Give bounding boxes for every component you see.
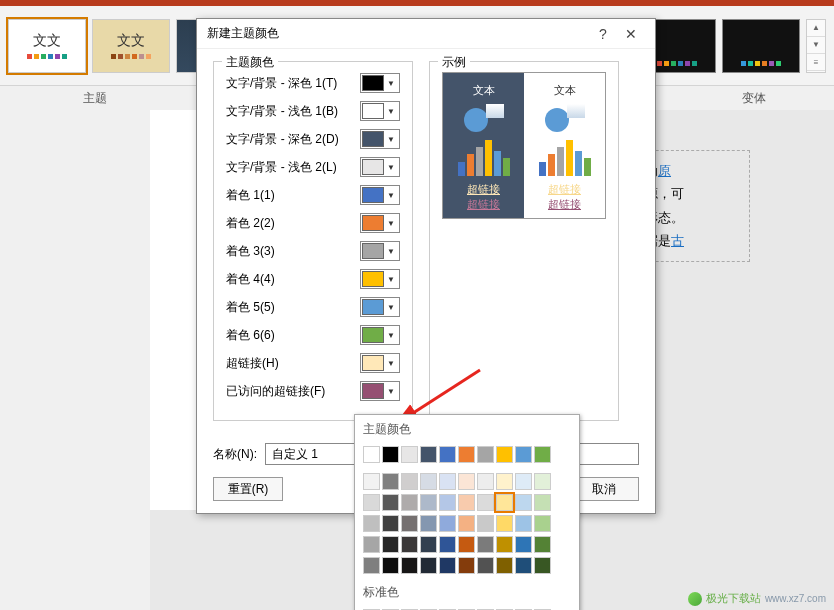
color-swatch[interactable]	[515, 515, 532, 532]
color-swatch[interactable]	[477, 473, 494, 490]
variant-thumbnail[interactable]	[722, 19, 800, 73]
color-row-text_bg_light2: 文字/背景 - 浅色 2(L) ▼	[226, 156, 400, 178]
color-swatch[interactable]	[420, 536, 437, 553]
chevron-down-icon: ▼	[387, 387, 395, 396]
color-swatch[interactable]	[401, 557, 418, 574]
color-swatch[interactable]	[534, 446, 551, 463]
color-picker-text_bg_light1[interactable]: ▼	[360, 101, 400, 121]
color-swatch[interactable]	[420, 515, 437, 532]
group-legend: 主题颜色	[222, 54, 278, 71]
slide-link[interactable]: 原	[658, 163, 671, 178]
color-swatch[interactable]	[363, 515, 380, 532]
color-swatch[interactable]	[420, 557, 437, 574]
color-swatch[interactable]	[477, 536, 494, 553]
color-swatch[interactable]	[458, 515, 475, 532]
dialog-titlebar: 新建主题颜色 ? ✕	[197, 19, 655, 49]
color-label: 已访问的超链接(F)	[226, 383, 360, 400]
chevron-down-icon: ▼	[387, 359, 395, 368]
color-picker-accent5[interactable]: ▼	[360, 297, 400, 317]
color-swatch[interactable]	[382, 473, 399, 490]
sample-preview: 文本 超链接 超链接 文本	[442, 72, 606, 219]
color-swatch[interactable]	[534, 515, 551, 532]
color-swatch[interactable]	[496, 446, 513, 463]
color-swatch[interactable]	[496, 515, 513, 532]
color-swatch[interactable]	[382, 515, 399, 532]
theme-thumbnail[interactable]: 文文	[8, 19, 86, 73]
color-swatch[interactable]	[458, 446, 475, 463]
color-swatch[interactable]	[496, 536, 513, 553]
color-swatch[interactable]	[515, 473, 532, 490]
standard-colors-label: 标准色	[355, 578, 579, 605]
color-picker-text_bg_dark1[interactable]: ▼	[360, 73, 400, 93]
color-picker-accent2[interactable]: ▼	[360, 213, 400, 233]
color-row-accent2: 着色 2(2) ▼	[226, 212, 400, 234]
chevron-down-icon: ▼	[387, 163, 395, 172]
color-swatch[interactable]	[401, 473, 418, 490]
color-swatch[interactable]	[496, 494, 513, 511]
color-swatch[interactable]	[439, 494, 456, 511]
color-swatch[interactable]	[477, 557, 494, 574]
color-swatch[interactable]	[496, 473, 513, 490]
color-swatch[interactable]	[534, 473, 551, 490]
color-swatch[interactable]	[420, 473, 437, 490]
color-swatch[interactable]	[496, 557, 513, 574]
color-picker-hyperlink[interactable]: ▼	[360, 353, 400, 373]
close-button[interactable]: ✕	[617, 26, 645, 42]
theme-colors-group: 主题颜色 文字/背景 - 深色 1(T) ▼ 文字/背景 - 浅色 1(B) ▼…	[213, 61, 413, 421]
color-label: 文字/背景 - 浅色 1(B)	[226, 103, 360, 120]
color-swatch[interactable]	[401, 515, 418, 532]
themes-label: 主题	[0, 90, 190, 107]
help-button[interactable]: ?	[589, 26, 617, 42]
color-swatch[interactable]	[382, 494, 399, 511]
reset-button[interactable]: 重置(R)	[213, 477, 283, 501]
color-swatch[interactable]	[439, 515, 456, 532]
color-swatch[interactable]	[439, 557, 456, 574]
color-picker-accent3[interactable]: ▼	[360, 241, 400, 261]
color-swatch[interactable]	[458, 557, 475, 574]
color-swatch[interactable]	[420, 494, 437, 511]
color-swatch[interactable]	[439, 536, 456, 553]
color-picker-text_bg_dark2[interactable]: ▼	[360, 129, 400, 149]
color-swatch[interactable]	[534, 494, 551, 511]
color-row-accent4: 着色 4(4) ▼	[226, 268, 400, 290]
variant-more-control[interactable]: ▲▼≡	[806, 19, 826, 73]
color-swatch[interactable]	[363, 446, 380, 463]
color-picker-dropdown: 主题颜色 标准色 其他颜色(M)...	[354, 414, 580, 610]
color-row-followed: 已访问的超链接(F) ▼	[226, 380, 400, 402]
color-swatch[interactable]	[401, 446, 418, 463]
color-swatch[interactable]	[401, 536, 418, 553]
color-swatch[interactable]	[515, 446, 532, 463]
color-swatch[interactable]	[458, 536, 475, 553]
color-row-text_bg_dark2: 文字/背景 - 深色 2(D) ▼	[226, 128, 400, 150]
color-swatch[interactable]	[363, 473, 380, 490]
color-swatch[interactable]	[458, 473, 475, 490]
color-swatch[interactable]	[515, 536, 532, 553]
color-swatch[interactable]	[515, 494, 532, 511]
color-swatch[interactable]	[458, 494, 475, 511]
color-picker-text_bg_light2[interactable]: ▼	[360, 157, 400, 177]
color-swatch[interactable]	[401, 494, 418, 511]
color-swatch[interactable]	[420, 446, 437, 463]
name-label: 名称(N):	[213, 446, 257, 463]
color-swatch[interactable]	[382, 446, 399, 463]
color-swatch[interactable]	[515, 557, 532, 574]
color-swatch[interactable]	[363, 494, 380, 511]
color-swatch[interactable]	[439, 473, 456, 490]
theme-thumbnail[interactable]: 文文	[92, 19, 170, 73]
color-swatch[interactable]	[534, 536, 551, 553]
color-swatch[interactable]	[382, 557, 399, 574]
color-swatch[interactable]	[477, 515, 494, 532]
color-picker-accent6[interactable]: ▼	[360, 325, 400, 345]
color-swatch[interactable]	[382, 536, 399, 553]
color-swatch[interactable]	[439, 446, 456, 463]
color-swatch[interactable]	[534, 557, 551, 574]
color-swatch[interactable]	[477, 446, 494, 463]
slide-link[interactable]: 古	[671, 233, 684, 248]
color-picker-followed[interactable]: ▼	[360, 381, 400, 401]
color-picker-accent4[interactable]: ▼	[360, 269, 400, 289]
color-picker-accent1[interactable]: ▼	[360, 185, 400, 205]
color-swatch[interactable]	[477, 494, 494, 511]
color-label: 文字/背景 - 深色 1(T)	[226, 75, 360, 92]
color-swatch[interactable]	[363, 536, 380, 553]
color-swatch[interactable]	[363, 557, 380, 574]
